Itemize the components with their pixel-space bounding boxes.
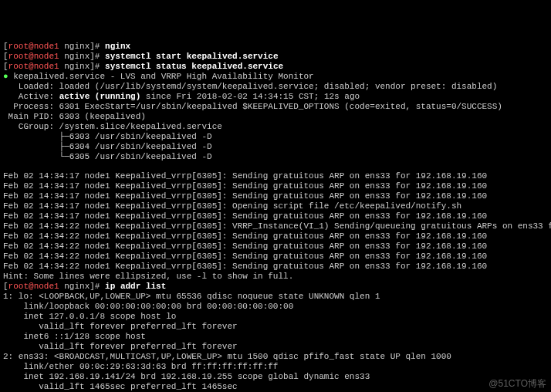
prompt-line: [root@node1 nginx]# ip addr list bbox=[3, 282, 166, 291]
log-line: Feb 02 14:34:22 node1 Keepalived_vrrp[63… bbox=[3, 262, 487, 271]
ip-line: valid_lft forever preferred_lft forever bbox=[3, 322, 238, 331]
ip-line: link/ether 00:0c:29:63:3d:63 brd ff:ff:f… bbox=[3, 362, 278, 371]
cgroup-child: └─6305 /usr/sbin/keepalived -D bbox=[3, 152, 212, 161]
log-line: Feb 02 14:34:22 node1 Keepalived_vrrp[63… bbox=[3, 252, 487, 261]
process-line: Process: 6301 ExecStart=/usr/sbin/keepal… bbox=[3, 102, 502, 111]
log-line: Feb 02 14:34:22 node1 Keepalived_vrrp[63… bbox=[3, 221, 551, 231]
log-line: Feb 02 14:34:17 node1 Keepalived_vrrp[63… bbox=[3, 171, 487, 181]
cgroup-child: ├─6304 /usr/sbin/keepalived -D bbox=[3, 142, 212, 151]
cgroup-line: CGroup: /system.slice/keepalived.service bbox=[3, 122, 222, 131]
cmd-start: systemctl start keepalived.service bbox=[105, 52, 278, 61]
cmd-ip: ip addr list bbox=[105, 282, 166, 291]
ip-line: valid_lft forever preferred_lft forever bbox=[3, 342, 238, 351]
ip-line: inet6 ::1/128 scope host bbox=[3, 332, 146, 341]
log-line: Feb 02 14:34:22 node1 Keepalived_vrrp[63… bbox=[3, 231, 487, 241]
user-host: root bbox=[8, 42, 29, 51]
log-line: Feb 02 14:34:17 node1 Keepalived_vrrp[63… bbox=[3, 191, 487, 201]
prompt-line: [root@node1 nginx]# systemctl status kee… bbox=[3, 62, 283, 71]
watermark: @51CTO博客 bbox=[488, 378, 546, 389]
service-header: keepalived.service - LVS and VRRP High A… bbox=[13, 72, 313, 81]
cmd-nginx: nginx bbox=[105, 42, 130, 51]
prompt-line: [root@node1 nginx]# systemctl start keep… bbox=[3, 52, 279, 61]
ip-line: valid_lft 1465sec preferred_lft 1465sec bbox=[3, 382, 238, 391]
log-line: Feb 02 14:34:22 node1 Keepalived_vrrp[63… bbox=[3, 242, 487, 251]
ip-line: 2: ens33: <BROADCAST,MULTICAST,UP,LOWER_… bbox=[3, 352, 451, 361]
ip-line: link/loopback 00:00:00:00:00:00 brd 00:0… bbox=[3, 302, 293, 311]
loaded-line: Loaded: loaded (/usr/lib/systemd/system/… bbox=[3, 82, 497, 91]
log-line: Feb 02 14:34:17 node1 Keepalived_vrrp[63… bbox=[3, 181, 487, 191]
prompt-line: [root@node1 nginx]# nginx bbox=[3, 42, 130, 51]
active-state: active (running) bbox=[59, 92, 141, 101]
log-line: Feb 02 14:34:17 node1 Keepalived_vrrp[63… bbox=[3, 211, 487, 221]
mainpid-line: Main PID: 6303 (keepalived) bbox=[3, 112, 146, 121]
ip-line: inet 192.168.19.141/24 brd 192.168.19.25… bbox=[3, 372, 370, 381]
active-line: Active: active (running) since Fri 2018-… bbox=[3, 92, 360, 101]
log-line: Feb 02 14:34:17 node1 Keepalived_vrrp[63… bbox=[3, 201, 461, 211]
status-dot-icon: ● bbox=[3, 72, 8, 81]
ip-line: inet 127.0.0.1/8 scope host lo bbox=[3, 312, 176, 321]
cmd-status: systemctl status keepalived.service bbox=[105, 62, 283, 71]
terminal-window[interactable]: [root@node1 nginx]# nginx [root@node1 ng… bbox=[0, 30, 551, 392]
hint-line: Hint: Some lines were ellipsized, use -l… bbox=[3, 272, 293, 281]
cgroup-child: ├─6303 /usr/sbin/keepalived -D bbox=[3, 132, 212, 141]
ip-line: 1: lo: <LOOPBACK,UP,LOWER_UP> mtu 65536 … bbox=[3, 292, 380, 301]
